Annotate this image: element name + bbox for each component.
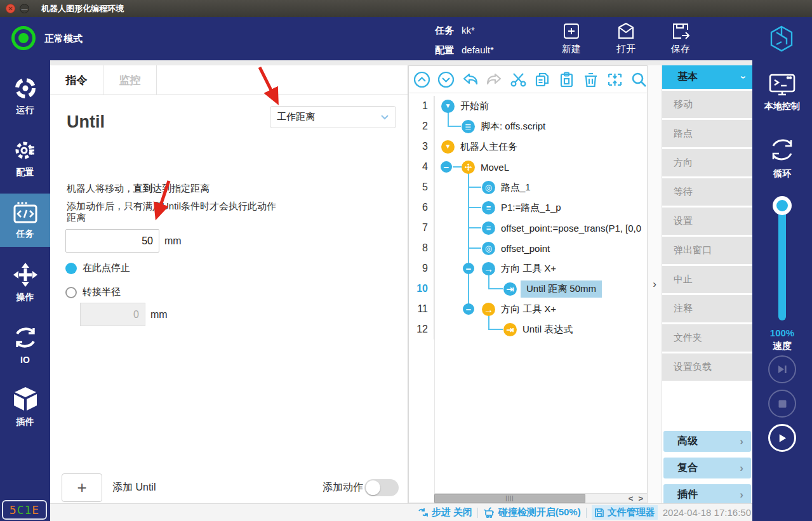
command-item-folder[interactable]: 文件夹	[662, 324, 752, 352]
local-control-button[interactable]: 本地控制	[752, 73, 812, 112]
command-group-plugin[interactable]: 插件›	[663, 484, 751, 505]
tree-row[interactable]: 12 ⇥ Until 表达式	[409, 319, 647, 340]
sidebar-item-io[interactable]: IO	[0, 318, 50, 371]
device-code-badge: 5C1E	[2, 500, 47, 520]
command-group-advanced[interactable]: 高级›	[663, 431, 751, 452]
scroll-left-icon[interactable]: <	[629, 494, 634, 503]
tree-row[interactable]: 11 − → 方向 工具 X+	[409, 299, 647, 319]
tree-row-selected[interactable]: 10 ⇥ Until 距离 50mm	[409, 279, 647, 299]
sidebar-item-plugin[interactable]: 插件	[0, 380, 50, 433]
command-item-abort[interactable]: 中止	[662, 266, 752, 293]
collision-icon	[483, 507, 495, 518]
tree-row[interactable]: 2 ≣ 脚本: offs.script	[409, 116, 647, 136]
window-close-button[interactable]: ✕	[6, 4, 15, 13]
collapse-icon[interactable]	[606, 71, 623, 88]
collapse-node-icon[interactable]: −	[463, 303, 474, 315]
step-mode-icon	[418, 507, 429, 518]
tree-row[interactable]: 8 ◎ offset_point	[409, 238, 647, 258]
chevron-right-icon: ›	[740, 489, 743, 501]
save-task-button[interactable]: 保存	[663, 21, 698, 55]
tree-row[interactable]: 9 − → 方向 工具 X+	[409, 258, 647, 279]
command-item-waypoint[interactable]: 路点	[662, 120, 752, 147]
loop-icon	[768, 135, 797, 164]
distance-input[interactable]	[65, 229, 159, 253]
radio-selected-icon[interactable]	[65, 263, 77, 274]
collapse-node-icon[interactable]: −	[441, 161, 452, 173]
command-item-direction[interactable]: 方向	[662, 149, 752, 176]
collision-status[interactable]: 碰撞检测开启(50%)	[483, 506, 581, 518]
command-item-wait[interactable]: 等待	[662, 178, 752, 206]
mode-indicator-icon	[11, 26, 36, 50]
file-manager-button[interactable]: 文件管理器	[592, 505, 658, 520]
tab-instruction[interactable]: 指令	[50, 65, 103, 95]
tab-monitor[interactable]: 监控	[103, 65, 157, 95]
tree-row[interactable]: 1 ▼ 开始前	[409, 96, 647, 116]
chevron-right-icon: ›	[740, 462, 743, 475]
distance-label: 距离	[67, 212, 86, 224]
delete-icon[interactable]	[582, 71, 599, 88]
tree-row[interactable]: 7 ≡ offset_point:=pose_trans(P1, [0,0	[409, 218, 647, 238]
loop-button[interactable]: 循环	[752, 135, 812, 180]
run-icon	[13, 76, 38, 101]
sidebar-item-run[interactable]: 运行	[0, 69, 50, 122]
status-divider	[477, 508, 478, 518]
tree-row[interactable]: 4 − MoveL	[409, 157, 647, 177]
blend-radius-input[interactable]	[80, 303, 145, 326]
move-down-icon[interactable]	[437, 71, 455, 88]
stop-button[interactable]	[768, 390, 796, 418]
sidebar-item-operate[interactable]: 操作	[0, 256, 50, 309]
command-item-comment[interactable]: 注释	[662, 295, 752, 322]
scroll-right-icon[interactable]: >	[638, 494, 643, 503]
tree-row[interactable]: 3 ▼ 机器人主任务	[409, 136, 647, 157]
until-node-icon: ⇥	[503, 282, 517, 296]
tree-row-number: 2	[409, 116, 434, 136]
until-type-select[interactable]: 工作距离	[270, 106, 396, 128]
program-tree-panel: 1 ▼ 开始前 2 ≣ 脚本: offs.script 3 ▼ 机器人主任务 4…	[408, 65, 648, 503]
command-group-composite[interactable]: 复合›	[663, 458, 751, 478]
sidebar-item-config[interactable]: 配置	[0, 131, 50, 185]
script-node-icon: ≣	[462, 120, 475, 133]
tree-row[interactable]: 6 ≡ P1:=路点_1_p	[409, 197, 647, 218]
expand-node-icon[interactable]: ▼	[441, 100, 455, 113]
command-item-set[interactable]: 设置	[662, 208, 752, 235]
scrollbar-thumb[interactable]: ||||	[434, 494, 585, 503]
panel-collapse-handle[interactable]: ›	[648, 65, 662, 503]
cut-icon[interactable]	[510, 71, 527, 88]
blend-radius-radio[interactable]: 转接半径	[65, 286, 121, 298]
chevron-right-icon: ›	[653, 278, 656, 291]
add-until-button[interactable]: +	[62, 473, 102, 502]
waypoint-node-icon: ◎	[482, 242, 495, 255]
command-item-payload[interactable]: 设置负载	[662, 353, 752, 381]
play-button[interactable]	[768, 424, 796, 452]
stop-at-point-radio[interactable]: 在此点停止	[65, 262, 130, 274]
speed-slider[interactable]	[778, 199, 786, 320]
undo-icon[interactable]	[462, 71, 479, 88]
command-group-basic[interactable]: 基本 ›	[662, 65, 752, 89]
search-icon[interactable]	[630, 71, 648, 88]
command-item-move[interactable]: 移动	[662, 91, 752, 118]
speed-slider-thumb[interactable]	[773, 196, 792, 215]
redo-icon[interactable]	[486, 71, 503, 88]
tree-row[interactable]: 5 ◎ 路点_1	[409, 177, 647, 197]
expand-node-icon[interactable]: ▼	[441, 140, 455, 154]
tree-row-number: 5	[409, 177, 434, 197]
collapse-node-icon[interactable]: −	[463, 263, 474, 274]
task-label: 任务	[435, 22, 454, 39]
sidebar-item-task[interactable]: 任务	[0, 194, 50, 247]
move-up-icon[interactable]	[413, 71, 430, 88]
add-action-toggle[interactable]	[364, 479, 399, 496]
radio-unselected-icon[interactable]	[65, 287, 77, 298]
step-button[interactable]	[768, 355, 796, 383]
horizontal-scrollbar[interactable]: |||| < >	[434, 493, 647, 503]
tree-row-number: 8	[409, 238, 434, 258]
window-minimize-button[interactable]: —	[20, 4, 29, 13]
step-mode-status[interactable]: 步进 关闭	[418, 506, 472, 518]
paste-icon[interactable]	[558, 71, 575, 88]
open-task-button[interactable]: 打开	[608, 21, 644, 55]
open-file-icon	[616, 21, 636, 41]
command-item-popup[interactable]: 弹出窗口	[662, 237, 752, 264]
save-icon	[670, 21, 691, 41]
new-task-button[interactable]: 新建	[554, 21, 589, 55]
copy-icon[interactable]	[534, 71, 551, 88]
step-icon	[776, 364, 788, 375]
